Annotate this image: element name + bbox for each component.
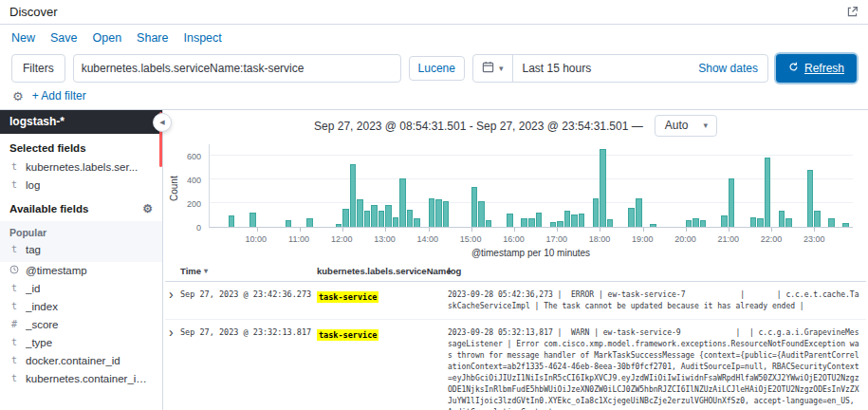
x-tick-label: 13:00 xyxy=(374,234,396,244)
histogram-bar[interactable] xyxy=(435,199,442,227)
query-input[interactable] xyxy=(82,62,393,75)
x-tick-mark xyxy=(643,228,644,232)
x-tick-label: 20:00 xyxy=(674,234,696,244)
histogram-bar[interactable] xyxy=(478,201,485,227)
nav-new[interactable]: New xyxy=(11,31,35,45)
field-item[interactable]: t tag xyxy=(0,241,162,259)
histogram-bar[interactable] xyxy=(564,211,571,227)
expand-row-button[interactable]: › xyxy=(165,327,180,337)
histogram-bar[interactable] xyxy=(750,217,757,227)
x-tick-label: 16:00 xyxy=(503,234,525,244)
chevron-down-icon: ▾ xyxy=(703,121,708,130)
histogram-bar[interactable] xyxy=(521,218,527,227)
add-filter-link[interactable]: + Add filter xyxy=(32,89,86,102)
refresh-button[interactable]: Refresh xyxy=(776,54,857,83)
nav-inspect[interactable]: Inspect xyxy=(183,31,221,45)
histogram-bar[interactable] xyxy=(357,199,363,227)
histogram-bar[interactable] xyxy=(414,218,420,227)
column-header-service[interactable]: kubernetes.labels.serviceName xyxy=(317,266,448,276)
histogram-bar[interactable] xyxy=(842,223,849,227)
field-settings-gear-icon[interactable]: ⚙ xyxy=(142,203,153,214)
fields-sidebar: logstash-* Selected fields t kubernetes.… xyxy=(0,110,163,410)
filters-button[interactable]: Filters xyxy=(11,54,65,83)
field-item[interactable]: t kubernetes.container_ima... xyxy=(0,370,162,388)
histogram-bar[interactable] xyxy=(249,213,256,227)
field-item[interactable]: t _type xyxy=(0,334,162,352)
histogram-bar[interactable] xyxy=(579,214,585,227)
histogram-bar[interactable] xyxy=(700,220,707,227)
field-item[interactable]: t log xyxy=(0,177,162,195)
collapse-sidebar-button[interactable]: ◀ xyxy=(153,113,172,132)
histogram-bar[interactable] xyxy=(571,214,578,227)
nav-save[interactable]: Save xyxy=(50,31,78,45)
column-header-log[interactable]: log xyxy=(448,266,866,276)
field-item[interactable]: # _score xyxy=(0,316,162,334)
selected-fields-heading: Selected fields xyxy=(0,134,162,158)
histogram-plot[interactable] xyxy=(209,144,853,228)
histogram-bar[interactable] xyxy=(364,211,371,227)
histogram-bar[interactable] xyxy=(779,211,785,227)
histogram-bar[interactable] xyxy=(471,187,478,227)
histogram-bar[interactable] xyxy=(336,224,342,227)
field-item[interactable]: t _id xyxy=(0,280,162,298)
nav-share[interactable]: Share xyxy=(137,31,168,45)
histogram-bar[interactable] xyxy=(557,221,563,227)
histogram-bar[interactable] xyxy=(393,217,399,227)
histogram-bar[interactable] xyxy=(429,198,435,227)
interval-select[interactable]: Auto ▾ xyxy=(655,115,717,137)
time-range-label[interactable]: Last 15 hours xyxy=(513,62,601,75)
nav-open[interactable]: Open xyxy=(93,31,122,45)
histogram-bar[interactable] xyxy=(507,214,513,227)
filter-settings-icon[interactable]: ⚙ xyxy=(12,90,24,102)
histogram-bar[interactable] xyxy=(636,198,642,227)
histogram-bar[interactable] xyxy=(807,170,814,227)
histogram-bar[interactable] xyxy=(600,149,606,227)
histogram-bar[interactable] xyxy=(486,220,492,227)
histogram-bar[interactable] xyxy=(371,205,378,227)
histogram-bar[interactable] xyxy=(407,210,414,227)
query-bar: Filters Lucene ▾ Last 15 hours Show date… xyxy=(0,50,868,86)
histogram-bar[interactable] xyxy=(828,218,835,227)
y-tick-label: 200 xyxy=(187,199,201,209)
histogram-bar[interactable] xyxy=(628,208,635,227)
field-item[interactable]: t _index xyxy=(0,298,162,316)
histogram-bar[interactable] xyxy=(286,220,292,227)
histogram-bar[interactable] xyxy=(765,158,771,227)
histogram-bar[interactable] xyxy=(229,215,235,227)
histogram-bar[interactable] xyxy=(757,218,764,227)
histogram-bar[interactable] xyxy=(443,201,450,227)
calendar-button[interactable]: ▾ xyxy=(473,55,513,82)
index-pattern-selector[interactable]: logstash-* xyxy=(0,110,162,134)
show-dates-link[interactable]: Show dates xyxy=(698,62,767,75)
column-header-time[interactable]: Time ▾ xyxy=(180,266,317,276)
histogram-bar[interactable] xyxy=(785,218,792,227)
histogram-bar[interactable] xyxy=(686,220,693,227)
histogram-bar[interactable] xyxy=(721,215,728,227)
histogram-bar[interactable] xyxy=(306,218,313,227)
popout-icon[interactable] xyxy=(846,6,859,18)
histogram-bar[interactable] xyxy=(814,211,821,227)
histogram-bar[interactable] xyxy=(607,219,614,227)
histogram-bar[interactable] xyxy=(379,211,385,227)
histogram-bar[interactable] xyxy=(593,198,600,227)
query-language-button[interactable]: Lucene xyxy=(409,56,465,81)
x-tick-mark xyxy=(729,228,729,232)
histogram-bar[interactable] xyxy=(650,224,656,227)
histogram-bar[interactable] xyxy=(729,178,735,227)
field-item[interactable]: t docker.container_id xyxy=(0,352,162,370)
histogram-bar[interactable] xyxy=(399,178,406,227)
x-tick-mark xyxy=(557,228,558,232)
histogram-bar[interactable] xyxy=(550,222,557,227)
x-axis-caption: @timestamp per 10 minutes xyxy=(209,248,853,258)
field-item[interactable]: @timestamp xyxy=(0,262,162,280)
x-tick-mark xyxy=(686,228,687,232)
field-item[interactable]: t kubernetes.labels.ser... xyxy=(0,158,162,177)
histogram-bar[interactable] xyxy=(536,213,543,227)
popular-heading: Popular xyxy=(0,221,162,241)
histogram-bar[interactable] xyxy=(350,164,357,227)
histogram-bar[interactable] xyxy=(342,209,349,227)
histogram-bar[interactable] xyxy=(528,218,535,227)
histogram-bar[interactable] xyxy=(385,205,392,227)
histogram-bar[interactable] xyxy=(693,218,699,227)
expand-row-button[interactable]: › xyxy=(165,289,180,299)
